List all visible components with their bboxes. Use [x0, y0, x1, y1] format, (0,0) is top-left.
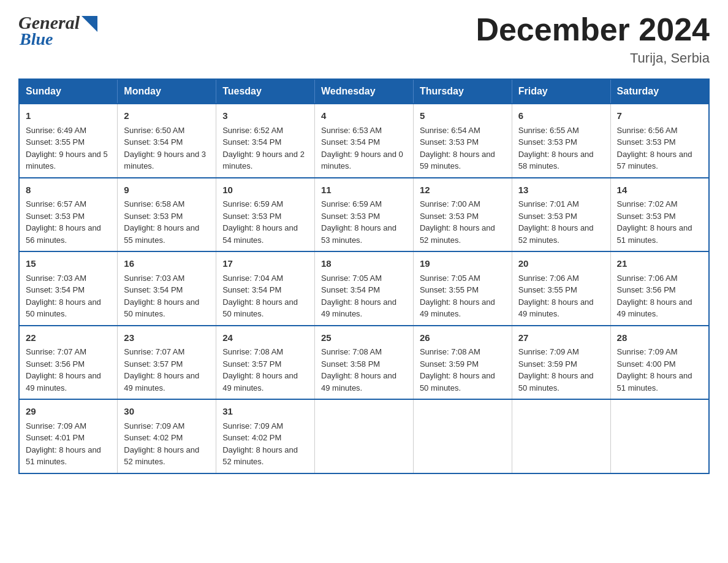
day-info: Sunrise: 7:09 AMSunset: 4:01 PMDaylight:… — [26, 420, 111, 468]
day-number: 24 — [222, 331, 308, 345]
day-info: Sunrise: 7:02 AMSunset: 3:53 PMDaylight:… — [617, 198, 702, 246]
page-header: General Blue December 2024 Turija, Serbi… — [18, 12, 710, 66]
day-number: 13 — [518, 183, 604, 197]
calendar-week-2: 8Sunrise: 6:57 AMSunset: 3:53 PMDaylight… — [19, 178, 709, 252]
calendar-cell: 9Sunrise: 6:58 AMSunset: 3:53 PMDaylight… — [118, 178, 216, 252]
calendar-cell: 29Sunrise: 7:09 AMSunset: 4:01 PMDayligh… — [19, 399, 118, 473]
title-section: December 2024 Turija, Serbia — [476, 12, 710, 66]
day-info: Sunrise: 7:07 AMSunset: 3:56 PMDaylight:… — [26, 346, 111, 394]
calendar-cell: 31Sunrise: 7:09 AMSunset: 4:02 PMDayligh… — [216, 399, 315, 473]
day-info: Sunrise: 6:57 AMSunset: 3:53 PMDaylight:… — [26, 198, 111, 246]
calendar-cell: 12Sunrise: 7:00 AMSunset: 3:53 PMDayligh… — [413, 178, 512, 252]
col-header-saturday: Saturday — [610, 79, 709, 104]
day-number: 14 — [617, 183, 702, 197]
col-header-thursday: Thursday — [413, 79, 512, 104]
calendar-table: SundayMondayTuesdayWednesdayThursdayFrid… — [18, 79, 710, 474]
day-number: 5 — [420, 109, 506, 123]
calendar-cell: 11Sunrise: 6:59 AMSunset: 3:53 PMDayligh… — [315, 178, 414, 252]
day-info: Sunrise: 7:09 AMSunset: 3:59 PMDaylight:… — [518, 346, 604, 394]
day-info: Sunrise: 6:55 AMSunset: 3:53 PMDaylight:… — [518, 124, 604, 172]
col-header-monday: Monday — [118, 79, 216, 104]
day-info: Sunrise: 7:07 AMSunset: 3:57 PMDaylight:… — [124, 346, 210, 394]
logo: General Blue — [18, 12, 97, 49]
calendar-cell: 27Sunrise: 7:09 AMSunset: 3:59 PMDayligh… — [512, 326, 610, 400]
main-title: December 2024 — [476, 12, 710, 47]
day-info: Sunrise: 7:04 AMSunset: 3:54 PMDaylight:… — [222, 272, 308, 320]
day-number: 19 — [420, 257, 506, 271]
calendar-cell — [315, 399, 414, 473]
calendar-cell — [512, 399, 610, 473]
subtitle: Turija, Serbia — [476, 50, 710, 66]
calendar-cell: 1Sunrise: 6:49 AMSunset: 3:55 PMDaylight… — [19, 104, 118, 178]
day-number: 17 — [222, 257, 308, 271]
day-number: 3 — [222, 109, 308, 123]
day-info: Sunrise: 7:08 AMSunset: 3:57 PMDaylight:… — [222, 346, 308, 394]
day-info: Sunrise: 7:06 AMSunset: 3:56 PMDaylight:… — [617, 272, 702, 320]
col-header-tuesday: Tuesday — [216, 79, 315, 104]
calendar-cell: 19Sunrise: 7:05 AMSunset: 3:55 PMDayligh… — [413, 251, 512, 326]
day-number: 10 — [222, 183, 308, 197]
calendar-cell: 26Sunrise: 7:08 AMSunset: 3:59 PMDayligh… — [413, 326, 512, 400]
day-number: 20 — [518, 257, 604, 271]
calendar-cell: 16Sunrise: 7:03 AMSunset: 3:54 PMDayligh… — [118, 251, 216, 326]
day-info: Sunrise: 7:09 AMSunset: 4:02 PMDaylight:… — [222, 420, 308, 468]
day-info: Sunrise: 7:05 AMSunset: 3:55 PMDaylight:… — [420, 272, 506, 320]
calendar-cell — [610, 399, 709, 473]
calendar-cell: 2Sunrise: 6:50 AMSunset: 3:54 PMDaylight… — [118, 104, 216, 178]
day-info: Sunrise: 7:08 AMSunset: 3:59 PMDaylight:… — [420, 346, 506, 394]
day-number: 25 — [321, 331, 407, 345]
calendar-cell: 15Sunrise: 7:03 AMSunset: 3:54 PMDayligh… — [19, 251, 118, 326]
col-header-sunday: Sunday — [19, 79, 118, 104]
day-info: Sunrise: 7:03 AMSunset: 3:54 PMDaylight:… — [26, 272, 111, 320]
day-number: 15 — [26, 257, 111, 271]
day-number: 7 — [617, 109, 702, 123]
calendar-cell — [413, 399, 512, 473]
calendar-cell: 8Sunrise: 6:57 AMSunset: 3:53 PMDaylight… — [19, 178, 118, 252]
calendar-cell: 4Sunrise: 6:53 AMSunset: 3:54 PMDaylight… — [315, 104, 414, 178]
day-number: 27 — [518, 331, 604, 345]
calendar-cell: 25Sunrise: 7:08 AMSunset: 3:58 PMDayligh… — [315, 326, 414, 400]
calendar-cell: 5Sunrise: 6:54 AMSunset: 3:53 PMDaylight… — [413, 104, 512, 178]
calendar-week-1: 1Sunrise: 6:49 AMSunset: 3:55 PMDaylight… — [19, 104, 709, 178]
day-info: Sunrise: 6:52 AMSunset: 3:54 PMDaylight:… — [222, 124, 308, 172]
day-number: 29 — [26, 405, 111, 419]
day-info: Sunrise: 6:58 AMSunset: 3:53 PMDaylight:… — [124, 198, 210, 246]
day-number: 21 — [617, 257, 702, 271]
day-number: 18 — [321, 257, 407, 271]
calendar-cell: 24Sunrise: 7:08 AMSunset: 3:57 PMDayligh… — [216, 326, 315, 400]
day-info: Sunrise: 7:01 AMSunset: 3:53 PMDaylight:… — [518, 198, 604, 246]
calendar-week-4: 22Sunrise: 7:07 AMSunset: 3:56 PMDayligh… — [19, 326, 709, 400]
calendar-cell: 7Sunrise: 6:56 AMSunset: 3:53 PMDaylight… — [610, 104, 709, 178]
day-info: Sunrise: 7:09 AMSunset: 4:00 PMDaylight:… — [617, 346, 702, 394]
day-info: Sunrise: 7:09 AMSunset: 4:02 PMDaylight:… — [124, 420, 210, 468]
day-info: Sunrise: 7:08 AMSunset: 3:58 PMDaylight:… — [321, 346, 407, 394]
day-number: 31 — [222, 405, 308, 419]
day-number: 2 — [124, 109, 210, 123]
logo-triangle-icon — [82, 16, 97, 32]
day-info: Sunrise: 7:03 AMSunset: 3:54 PMDaylight:… — [124, 272, 210, 320]
calendar-header-row: SundayMondayTuesdayWednesdayThursdayFrid… — [19, 79, 709, 104]
calendar-cell: 10Sunrise: 6:59 AMSunset: 3:53 PMDayligh… — [216, 178, 315, 252]
col-header-wednesday: Wednesday — [315, 79, 414, 104]
day-number: 12 — [420, 183, 506, 197]
day-info: Sunrise: 6:50 AMSunset: 3:54 PMDaylight:… — [124, 124, 210, 172]
calendar-cell: 3Sunrise: 6:52 AMSunset: 3:54 PMDaylight… — [216, 104, 315, 178]
calendar-week-3: 15Sunrise: 7:03 AMSunset: 3:54 PMDayligh… — [19, 251, 709, 326]
day-number: 11 — [321, 183, 407, 197]
day-info: Sunrise: 6:59 AMSunset: 3:53 PMDaylight:… — [222, 198, 308, 246]
calendar-cell: 28Sunrise: 7:09 AMSunset: 4:00 PMDayligh… — [610, 326, 709, 400]
day-number: 22 — [26, 331, 111, 345]
day-number: 9 — [124, 183, 210, 197]
day-number: 28 — [617, 331, 702, 345]
day-number: 23 — [124, 331, 210, 345]
day-info: Sunrise: 6:53 AMSunset: 3:54 PMDaylight:… — [321, 124, 407, 172]
svg-marker-0 — [82, 16, 97, 32]
day-info: Sunrise: 6:59 AMSunset: 3:53 PMDaylight:… — [321, 198, 407, 246]
calendar-cell: 13Sunrise: 7:01 AMSunset: 3:53 PMDayligh… — [512, 178, 610, 252]
day-number: 8 — [26, 183, 111, 197]
day-number: 1 — [26, 109, 111, 123]
day-number: 16 — [124, 257, 210, 271]
calendar-cell: 21Sunrise: 7:06 AMSunset: 3:56 PMDayligh… — [610, 251, 709, 326]
day-info: Sunrise: 7:05 AMSunset: 3:54 PMDaylight:… — [321, 272, 407, 320]
col-header-friday: Friday — [512, 79, 610, 104]
